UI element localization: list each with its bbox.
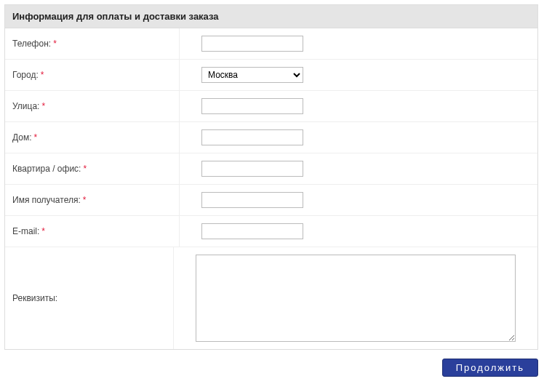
label-city: Город: * bbox=[5, 60, 180, 90]
form-header: Информация для оплаты и доставки заказа bbox=[5, 5, 537, 28]
required-mark: * bbox=[34, 132, 38, 143]
form-title: Информация для оплаты и доставки заказа bbox=[12, 11, 219, 22]
street-input[interactable] bbox=[201, 98, 303, 114]
required-mark: * bbox=[83, 195, 87, 205]
label-phone: Телефон: * bbox=[5, 28, 180, 59]
row-street: Улица: * bbox=[5, 91, 537, 122]
continue-button[interactable]: Продолжить bbox=[442, 359, 538, 377]
row-recipient: Имя получателя: * bbox=[5, 185, 537, 216]
label-house: Дом: * bbox=[5, 122, 180, 153]
row-email: E-mail: * bbox=[5, 216, 537, 247]
requisites-textarea[interactable] bbox=[196, 255, 516, 342]
label-email: E-mail: * bbox=[5, 216, 180, 247]
phone-input[interactable] bbox=[201, 36, 303, 52]
required-mark: * bbox=[41, 70, 44, 80]
button-row: Продолжить bbox=[4, 350, 538, 380]
row-requisites: Реквизиты: bbox=[5, 247, 537, 349]
label-requisites: Реквизиты: bbox=[5, 247, 174, 349]
label-recipient: Имя получателя: * bbox=[5, 185, 180, 215]
label-street: Улица: * bbox=[5, 91, 180, 121]
label-apartment: Квартира / офис: * bbox=[5, 153, 180, 184]
row-phone: Телефон: * bbox=[5, 28, 537, 60]
row-house: Дом: * bbox=[5, 122, 537, 153]
row-apartment: Квартира / офис: * bbox=[5, 153, 537, 185]
house-input[interactable] bbox=[201, 129, 303, 145]
required-mark: * bbox=[83, 164, 87, 174]
recipient-input[interactable] bbox=[201, 192, 303, 208]
apartment-input[interactable] bbox=[201, 161, 303, 177]
required-mark: * bbox=[41, 101, 45, 111]
delivery-payment-form: Информация для оплаты и доставки заказа … bbox=[4, 4, 538, 350]
required-mark: * bbox=[53, 39, 57, 49]
email-input[interactable] bbox=[201, 223, 303, 239]
required-mark: * bbox=[41, 226, 45, 236]
city-select[interactable]: Москва bbox=[201, 67, 303, 83]
row-city: Город: * Москва bbox=[5, 60, 537, 91]
